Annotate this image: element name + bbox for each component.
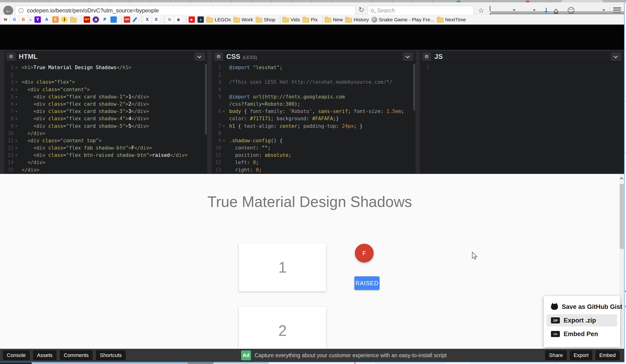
menu-item-save-gist[interactable]: Save as GitHub Gist xyxy=(547,301,617,313)
bookmark-google-2[interactable]: G xyxy=(20,16,27,23)
css-code-lines[interactable]: @import "lesshat";/*This uses LESS Hat h… xyxy=(229,64,416,174)
html-panel-scrollbar[interactable] xyxy=(205,64,207,134)
search-box[interactable]: Search xyxy=(368,6,474,15)
preview-scrollbar[interactable] xyxy=(620,174,624,349)
reload-icon[interactable]: ↻ xyxy=(358,6,364,14)
ad-text[interactable]: Capture everything about your customer e… xyxy=(255,352,447,359)
bookmark-folder-pix[interactable]: Pix xyxy=(303,17,317,23)
chat-smiley-icon[interactable]: ☺ xyxy=(567,6,575,15)
js-collapse-button[interactable] xyxy=(611,52,621,61)
bookmark-folder-shop[interactable]: Shop xyxy=(256,17,275,23)
assets-button[interactable]: Assets xyxy=(33,350,57,360)
page-info-icon[interactable]: i xyxy=(19,8,24,13)
bookmark-x-2[interactable]: X xyxy=(153,16,159,23)
code-line[interactable]: <div class="flex card shadow-4">4</div> xyxy=(22,115,207,122)
code-line[interactable]: <div class="flex card shadow-1">1</div> xyxy=(22,93,207,101)
code-line[interactable]: <div class="flex card shadow-5">5</div> xyxy=(22,123,207,130)
bookmark-yahoo[interactable]: Y xyxy=(35,16,41,23)
code-line[interactable]: left: 0; xyxy=(229,159,416,166)
save-dropdown-caret[interactable] xyxy=(513,9,515,11)
code-line[interactable]: /*This uses LESS Hat http://lesshat.made… xyxy=(229,78,416,86)
bookmark-snake-game[interactable]: Snake Game - Play Fre... xyxy=(372,17,434,23)
code-line[interactable]: @import "lesshat"; xyxy=(229,64,416,71)
console-button[interactable]: Console xyxy=(3,350,30,360)
bookmark-wellsfargo[interactable]: WF xyxy=(84,16,90,23)
code-line[interactable]: <div class="flex"> xyxy=(22,78,207,86)
js-code-editor[interactable]: 1 xyxy=(420,62,624,174)
bookmark-wikipedia[interactable]: W xyxy=(2,16,9,23)
bookmark-pdf-tool[interactable]: PDF xyxy=(124,16,130,23)
html-collapse-button[interactable] xyxy=(195,52,205,61)
bookmark-c-site[interactable]: C xyxy=(52,16,59,23)
code-line[interactable]: @import url(http://fonts.googleapis.com xyxy=(229,93,416,101)
bookmark-youtube[interactable]: ▶ xyxy=(189,16,195,23)
code-line[interactable] xyxy=(229,86,416,93)
scrollbar-thumb[interactable] xyxy=(620,184,624,249)
downloads-arrow-icon[interactable]: ↓ xyxy=(543,6,549,15)
share-button[interactable]: Share xyxy=(545,350,567,360)
css-panel-scrollbar[interactable] xyxy=(413,64,415,111)
code-line[interactable]: </div> xyxy=(22,159,207,166)
js-code-lines[interactable] xyxy=(437,64,624,174)
code-line[interactable]: <h1>True Material Design Shadows</h1> xyxy=(22,64,207,71)
shortcuts-button[interactable]: Shortcuts xyxy=(96,350,126,360)
code-line[interactable]: content: ""; xyxy=(229,144,416,152)
menu-item-embed-pen[interactable]: </>Embed Pen xyxy=(547,328,617,340)
code-line[interactable]: body { font-family: 'Roboto', sans-serif… xyxy=(229,108,416,115)
bookmark-a-circle[interactable]: a xyxy=(93,16,99,23)
code-line[interactable] xyxy=(437,64,624,71)
active-tab[interactable] xyxy=(561,0,603,2)
code-line[interactable]: </div> xyxy=(22,166,207,174)
code-line[interactable]: <div class="flex btn-raised shadow-btn">… xyxy=(22,152,207,159)
html-settings-button[interactable]: ⚙ xyxy=(6,52,15,61)
bookmark-folder-unnamed[interactable] xyxy=(70,17,77,23)
bookmark-amazon[interactable]: a xyxy=(175,16,182,23)
css-collapse-button[interactable] xyxy=(403,52,413,61)
code-line[interactable]: <div class="content"> xyxy=(22,86,207,93)
code-line[interactable]: position: absolute; xyxy=(229,152,416,159)
embed-button[interactable]: Embed xyxy=(595,350,620,360)
code-line[interactable]: <div class="flex card shadow-2">2</div> xyxy=(22,101,207,108)
bookmark-folder-history[interactable]: History xyxy=(345,17,369,23)
code-line[interactable]: <div class="content top"> xyxy=(22,137,207,144)
bookmark-blue-site[interactable] xyxy=(111,16,117,23)
bookmark-folder-legos[interactable]: LEGOs xyxy=(206,17,231,23)
browser-tab-strip[interactable] xyxy=(0,0,626,2)
report-dropdown-caret[interactable] xyxy=(533,9,536,11)
code-line[interactable] xyxy=(229,130,416,137)
bookmark-x-1[interactable]: X xyxy=(144,16,150,23)
bookmark-peace[interactable]: ☮ xyxy=(166,16,173,23)
bookmark-a-site[interactable]: A xyxy=(43,16,50,23)
footer-ad[interactable]: Ad Capture everything about your custome… xyxy=(241,350,447,360)
bookmark-folder-work[interactable]: Work xyxy=(233,17,253,23)
back-button[interactable]: ← xyxy=(3,6,13,15)
export-button[interactable]: Export xyxy=(570,350,593,360)
scroll-up-arrow-icon[interactable] xyxy=(620,177,623,181)
code-line[interactable]: <div class="flex fab shadow-btn">F</div> xyxy=(22,144,207,152)
code-line[interactable]: </div> xyxy=(22,130,207,137)
code-line[interactable] xyxy=(229,71,416,78)
code-line[interactable]: /css?family=Roboto:300); xyxy=(229,101,416,108)
bookmark-google[interactable]: G xyxy=(11,16,18,23)
code-line[interactable] xyxy=(22,71,207,78)
css-settings-button[interactable]: ⚙ xyxy=(214,52,223,61)
code-line[interactable]: right: 0; xyxy=(229,166,416,174)
code-line[interactable]: <div class="flex card shadow-3">3</div> xyxy=(22,108,207,115)
home-icon[interactable]: ⌂ xyxy=(553,6,559,15)
css-code-editor[interactable]: 123456▾7▾89▾10111213 @import "lesshat";/… xyxy=(212,62,416,174)
code-line[interactable]: color: #717171; background: #FAFAFA;} xyxy=(229,115,416,122)
bookmark-pen-tool[interactable] xyxy=(133,17,137,23)
js-settings-button[interactable]: ⚙ xyxy=(422,52,431,61)
bookmark-folder-vids[interactable]: Vids xyxy=(282,17,300,23)
bookmark-star-icon[interactable]: ☆ xyxy=(478,6,484,15)
download-dropdown-caret[interactable] xyxy=(602,9,605,11)
demo-raised-button[interactable]: RAISED xyxy=(354,276,380,290)
code-line[interactable]: h1 { text-align: center; padding-top: 24… xyxy=(229,123,416,130)
bookmark-dark-site[interactable]: ◆ xyxy=(197,16,204,23)
html-code-editor[interactable]: 1▾23▾4▾5▾6▾7▾8▾9▾1011▾12▾13▾1415 <h1>Tru… xyxy=(4,62,207,174)
bookmark-info-site[interactable]: i xyxy=(61,16,68,23)
hamburger-menu-icon[interactable] xyxy=(613,7,621,14)
bookmark-folder-nexttime[interactable]: NextTime xyxy=(437,17,466,23)
html-code-lines[interactable]: <h1>True Material Design Shadows</h1><di… xyxy=(22,64,207,174)
code-line[interactable]: .shadow-config() { xyxy=(229,137,416,144)
